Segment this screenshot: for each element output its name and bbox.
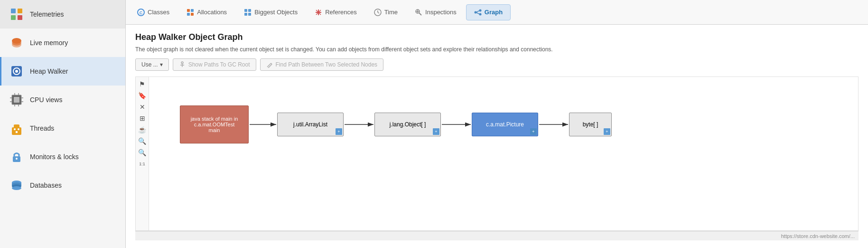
main-content: C Classes Allocations Biggest Objects	[126, 0, 868, 248]
svg-line-49	[378, 12, 379, 13]
tab-references[interactable]: References	[307, 5, 364, 20]
svg-rect-41	[244, 13, 247, 16]
svg-point-56	[479, 13, 481, 15]
svg-rect-42	[248, 13, 251, 16]
graph-node-1-label: java stack of main in c.a.mat.OOMTest ma…	[191, 116, 238, 133]
time-icon	[374, 9, 382, 16]
graph-node-4[interactable]: c.a.mat.Picture +	[472, 113, 538, 136]
svg-rect-38	[191, 13, 194, 16]
svg-rect-39	[244, 9, 247, 12]
sidebar-item-monitors-locks[interactable]: Monitors & locks	[0, 143, 125, 171]
graph-icon	[474, 9, 482, 16]
classes-icon: C	[137, 9, 145, 16]
tool-zoom-out[interactable]: 🔍	[137, 147, 148, 158]
svg-point-55	[479, 9, 481, 11]
use-button[interactable]: Use ... ▾	[135, 58, 169, 71]
pencil-icon	[266, 61, 273, 68]
graph-node-5[interactable]: byte[ ] +	[569, 113, 612, 136]
svg-line-58	[476, 12, 479, 14]
tool-flag[interactable]: ⚑	[137, 79, 148, 89]
svg-rect-21	[14, 124, 19, 128]
svg-rect-37	[187, 13, 190, 16]
sidebar-item-threads[interactable]: Threads	[0, 114, 125, 143]
sidebar-item-heap-walker-label: Heap Walker	[30, 67, 68, 75]
svg-line-62	[267, 63, 271, 67]
inspections-icon	[415, 9, 422, 16]
sidebar-item-live-memory[interactable]: Live memory	[0, 29, 125, 57]
tool-zoom-level[interactable]: 1:1	[137, 159, 148, 169]
svg-rect-36	[191, 9, 194, 12]
svg-rect-2	[11, 15, 16, 20]
sidebar-item-cpu-views[interactable]: CPU views	[0, 86, 125, 114]
svg-rect-24	[16, 131, 18, 133]
heap-walker-icon	[9, 64, 24, 79]
tab-biggest-objects[interactable]: Biggest Objects	[236, 5, 305, 20]
tool-filter[interactable]: ⊞	[137, 113, 148, 124]
tab-time[interactable]: Time	[366, 5, 405, 20]
tool-cup[interactable]: ☕	[137, 124, 148, 135]
svg-rect-11	[14, 97, 19, 103]
svg-line-57	[476, 10, 479, 12]
live-memory-icon	[9, 35, 24, 50]
svg-point-32	[12, 186, 21, 190]
sidebar-item-databases[interactable]: Databases	[0, 171, 125, 200]
svg-rect-0	[11, 9, 16, 13]
sidebar-item-cpu-views-label: CPU views	[30, 96, 62, 104]
find-path-button[interactable]: Find Path Between Two Selected Nodes	[260, 58, 384, 71]
monitors-locks-icon	[9, 149, 24, 164]
sidebar-item-telemetries[interactable]: Telemetries	[0, 0, 125, 29]
node-3-expand-icon[interactable]: +	[433, 128, 439, 135]
svg-point-54	[474, 11, 476, 13]
tab-graph[interactable]: Graph	[466, 4, 511, 20]
graph-tools-panel: ⚑ 🔖 ✕ ⊞ ☕ 🔍 🔍 1:1	[136, 77, 149, 230]
page-title: Heap Walker Object Graph	[135, 32, 859, 42]
graph-node-2[interactable]: j.util.ArrayList +	[277, 113, 344, 136]
toolbar: Use ... ▾ Show Paths To GC Root Find Pat…	[135, 58, 859, 71]
tab-allocations[interactable]: Allocations	[179, 5, 234, 20]
svg-line-51	[419, 13, 421, 15]
svg-point-59	[181, 62, 183, 64]
svg-line-64	[268, 64, 272, 68]
tool-zoom-in[interactable]: 🔍	[137, 136, 148, 146]
svg-point-6	[12, 42, 21, 48]
node-5-expand-icon[interactable]: +	[604, 128, 610, 135]
references-icon	[315, 9, 322, 16]
tab-classes[interactable]: C Classes	[130, 5, 177, 20]
svg-point-9	[15, 70, 18, 73]
tool-bookmark[interactable]: 🔖	[137, 90, 148, 101]
tab-inspections[interactable]: Inspections	[407, 5, 464, 20]
tool-close[interactable]: ✕	[137, 102, 148, 112]
svg-rect-1	[18, 9, 22, 13]
cpu-views-icon	[9, 92, 24, 107]
sidebar-item-threads-label: Threads	[30, 124, 54, 132]
graph-node-3[interactable]: j.lang.Object[ ] +	[374, 113, 441, 136]
graph-area: ⚑ 🔖 ✕ ⊞ ☕ 🔍 🔍 1:1	[135, 76, 859, 231]
node-4-expand-icon[interactable]: +	[530, 128, 537, 135]
svg-text:C: C	[140, 10, 143, 15]
svg-rect-35	[187, 9, 190, 12]
graph-arrows-svg	[149, 77, 858, 230]
allocations-icon	[187, 9, 194, 16]
sidebar-item-live-memory-label: Live memory	[30, 39, 68, 47]
sidebar: Telemetries Live memory Heap Walker	[0, 0, 126, 248]
svg-point-22	[14, 128, 16, 130]
graph-node-2-label: j.util.ArrayList	[293, 121, 327, 128]
databases-icon	[9, 178, 24, 193]
graph-node-3-label: j.lang.Object[ ]	[390, 121, 426, 128]
svg-line-63	[271, 63, 272, 64]
sidebar-item-databases-label: Databases	[30, 181, 62, 189]
telemetries-icon	[9, 7, 24, 22]
tab-bar: C Classes Allocations Biggest Objects	[126, 0, 868, 25]
svg-rect-3	[18, 15, 22, 20]
show-paths-button[interactable]: Show Paths To GC Root	[173, 58, 256, 71]
status-bar: https://store.cdn-website.com/...	[135, 231, 859, 240]
node-2-expand-icon[interactable]: +	[336, 128, 342, 135]
svg-point-26	[16, 158, 18, 160]
sidebar-item-heap-walker[interactable]: Heap Walker	[0, 57, 125, 86]
anchor-icon	[179, 61, 186, 68]
dropdown-arrow-icon: ▾	[160, 61, 163, 68]
graph-node-1[interactable]: java stack of main in c.a.mat.OOMTest ma…	[180, 105, 249, 143]
sidebar-item-monitors-locks-label: Monitors & locks	[30, 153, 79, 161]
status-text: https://store.cdn-website.com/...	[781, 233, 855, 239]
svg-point-23	[18, 128, 19, 130]
